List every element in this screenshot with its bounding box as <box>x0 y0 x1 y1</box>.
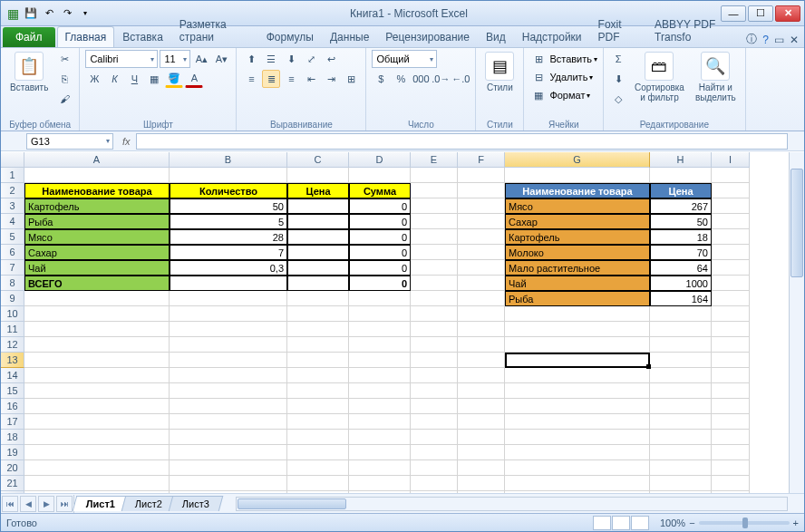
cell-G4[interactable]: Сахар <box>505 214 650 229</box>
increase-indent-button[interactable]: ⇥ <box>322 70 340 88</box>
tab-foxit[interactable]: Foxit PDF <box>590 14 647 47</box>
cell-C16[interactable] <box>287 399 349 414</box>
cell-I13[interactable] <box>712 353 750 368</box>
cell-I19[interactable] <box>712 445 750 460</box>
cell-D14[interactable] <box>349 368 411 383</box>
cell-D4[interactable]: 0 <box>349 214 411 229</box>
cell-C9[interactable] <box>287 291 349 306</box>
cell-C1[interactable] <box>287 168 349 183</box>
cell-G20[interactable] <box>505 460 650 476</box>
cell-E9[interactable] <box>411 291 458 306</box>
cell-G5[interactable]: Картофель <box>505 229 650 245</box>
align-right-button[interactable]: ≡ <box>282 70 300 88</box>
cell-D3[interactable]: 0 <box>349 198 411 214</box>
cell-A15[interactable] <box>24 383 170 399</box>
autosum-button[interactable]: Σ <box>609 50 627 68</box>
cell-H7[interactable]: 64 <box>650 260 712 276</box>
cell-D11[interactable] <box>349 322 411 337</box>
cell-G3[interactable]: Мясо <box>505 198 650 214</box>
cell-F19[interactable] <box>458 445 505 460</box>
cell-C15[interactable] <box>287 383 349 399</box>
cell-C11[interactable] <box>287 322 349 337</box>
cell-A14[interactable] <box>24 368 170 383</box>
cell-E17[interactable] <box>411 414 458 430</box>
cell-D10[interactable] <box>349 306 411 322</box>
cell-G17[interactable] <box>505 414 650 430</box>
cell-B19[interactable] <box>170 445 287 460</box>
cell-H20[interactable] <box>650 460 712 476</box>
cell-H17[interactable] <box>650 414 712 430</box>
col-header-C[interactable]: C <box>287 152 349 168</box>
cell-F6[interactable] <box>458 245 505 260</box>
vscroll-thumb[interactable] <box>790 169 803 277</box>
cell-B20[interactable] <box>170 460 287 476</box>
cell-B9[interactable] <box>170 291 287 306</box>
col-header-E[interactable]: E <box>411 152 458 168</box>
cell-D20[interactable] <box>349 460 411 476</box>
row-header-11[interactable]: 11 <box>1 322 24 337</box>
cell-A19[interactable] <box>24 445 170 460</box>
cell-C19[interactable] <box>287 445 349 460</box>
cell-D2[interactable]: Сумма <box>349 183 411 198</box>
cell-E4[interactable] <box>411 214 458 229</box>
formula-input[interactable] <box>136 133 788 150</box>
cell-E10[interactable] <box>411 306 458 322</box>
cell-D16[interactable] <box>349 399 411 414</box>
shrink-font-button[interactable]: A▾ <box>212 50 230 68</box>
align-top-button[interactable]: ⬆ <box>242 50 260 68</box>
cut-button[interactable]: ✂ <box>55 50 73 68</box>
cell-D7[interactable]: 0 <box>349 260 411 276</box>
cell-A1[interactable] <box>24 168 170 183</box>
tab-formulas[interactable]: Формулы <box>258 26 322 47</box>
cell-H6[interactable]: 70 <box>650 245 712 260</box>
row-header-21[interactable]: 21 <box>1 476 24 491</box>
font-name-combo[interactable]: Calibri <box>85 50 158 68</box>
cell-D15[interactable] <box>349 383 411 399</box>
sheet-nav-first[interactable]: ⏮ <box>2 496 18 512</box>
cell-G15[interactable] <box>505 383 650 399</box>
cell-I14[interactable] <box>712 368 750 383</box>
cell-H5[interactable]: 18 <box>650 229 712 245</box>
cell-E8[interactable] <box>411 276 458 291</box>
cell-E5[interactable] <box>411 229 458 245</box>
cell-C12[interactable] <box>287 337 349 353</box>
cell-I15[interactable] <box>712 383 750 399</box>
col-header-I[interactable]: I <box>712 152 750 168</box>
row-header-17[interactable]: 17 <box>1 414 24 430</box>
cell-D8[interactable]: 0 <box>349 276 411 291</box>
cell-H9[interactable]: 164 <box>650 291 712 306</box>
cell-C8[interactable] <box>287 276 349 291</box>
cell-C5[interactable] <box>287 229 349 245</box>
cell-E1[interactable] <box>411 168 458 183</box>
cell-F2[interactable] <box>458 183 505 198</box>
find-select-button[interactable]: 🔍 Найти и выделить <box>692 50 740 104</box>
cell-F12[interactable] <box>458 337 505 353</box>
cell-I8[interactable] <box>712 276 750 291</box>
cell-H8[interactable]: 1000 <box>650 276 712 291</box>
cell-I11[interactable] <box>712 322 750 337</box>
delete-cells-button[interactable]: ⊟Удалить▾ <box>529 68 593 86</box>
view-layout-button[interactable] <box>612 516 630 530</box>
cell-E15[interactable] <box>411 383 458 399</box>
merge-button[interactable]: ⊞ <box>342 70 360 88</box>
cell-F8[interactable] <box>458 276 505 291</box>
zoom-slider-thumb[interactable] <box>742 517 748 528</box>
align-bottom-button[interactable]: ⬇ <box>282 50 300 68</box>
cell-D18[interactable] <box>349 430 411 445</box>
cell-I10[interactable] <box>712 306 750 322</box>
cell-I21[interactable] <box>712 476 750 491</box>
file-tab[interactable]: Файл <box>3 27 55 47</box>
cell-I5[interactable] <box>712 229 750 245</box>
cell-A2[interactable]: Наименование товара <box>24 183 170 198</box>
col-header-A[interactable]: A <box>24 152 170 168</box>
cell-A8[interactable]: ВСЕГО <box>24 276 170 291</box>
cell-F3[interactable] <box>458 198 505 214</box>
cell-C17[interactable] <box>287 414 349 430</box>
cell-A11[interactable] <box>24 322 170 337</box>
bold-button[interactable]: Ж <box>85 70 103 88</box>
cell-D17[interactable] <box>349 414 411 430</box>
row-header-19[interactable]: 19 <box>1 445 24 460</box>
align-center-button[interactable]: ≣ <box>262 70 280 88</box>
cell-F4[interactable] <box>458 214 505 229</box>
cell-B16[interactable] <box>170 399 287 414</box>
